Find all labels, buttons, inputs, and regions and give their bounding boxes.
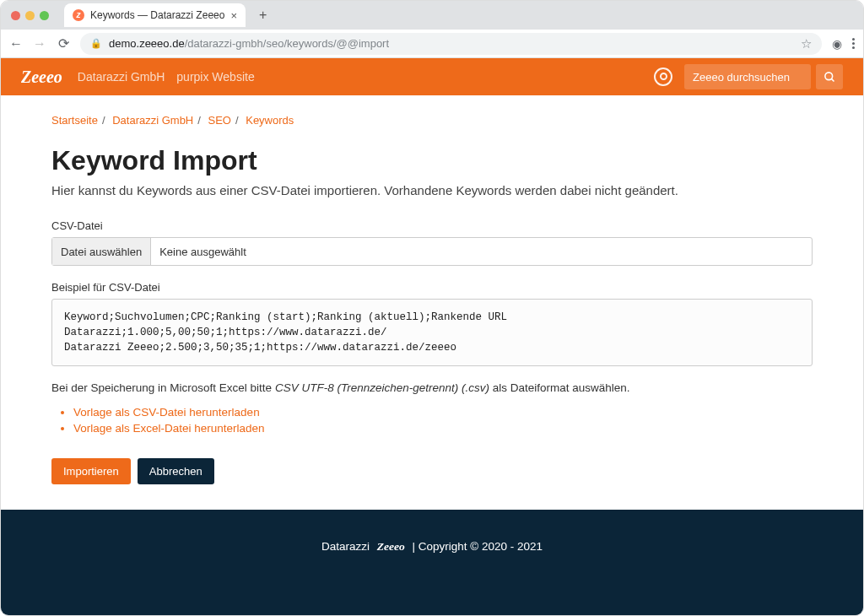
footer-copyright: | Copyright © 2020 - 2021 xyxy=(413,540,543,553)
close-window-button[interactable] xyxy=(11,11,20,20)
footer: Datarazzi Zeeeo | Copyright © 2020 - 202… xyxy=(1,510,863,615)
bookmark-star-icon[interactable]: ☆ xyxy=(801,36,812,51)
search-input[interactable]: Zeeeo durchsuchen xyxy=(684,64,811,89)
minimize-window-button[interactable] xyxy=(25,11,35,20)
csv-example: Keyword;Suchvolumen;CPC;Ranking (start);… xyxy=(51,299,813,366)
page-title: Keyword Import xyxy=(51,145,813,176)
window-controls xyxy=(11,11,49,20)
back-button[interactable]: ← xyxy=(9,36,23,51)
maximize-window-button[interactable] xyxy=(40,11,49,20)
address-bar[interactable]: 🔒 demo.zeeeo.de/datarazzi-gmbh/seo/keywo… xyxy=(80,33,822,55)
main-content: Startseite/ Datarazzi GmbH/ SEO/ Keyword… xyxy=(1,95,863,510)
browser-menu-button[interactable] xyxy=(852,38,855,49)
url-path: /datarazzi-gmbh/seo/keywords/@@import xyxy=(185,37,389,50)
footer-logo: Zeeeo xyxy=(377,540,405,553)
breadcrumb: Startseite/ Datarazzi GmbH/ SEO/ Keyword… xyxy=(51,114,813,127)
search-button[interactable] xyxy=(816,64,843,89)
breadcrumb-datarazzi[interactable]: Datarazzi GmbH xyxy=(112,114,193,127)
forward-button[interactable]: → xyxy=(33,36,46,51)
note-suffix: als Dateiformat auswählen. xyxy=(489,381,630,394)
csv-label: CSV-Datei xyxy=(51,219,813,232)
search-placeholder: Zeeeo durchsuchen xyxy=(693,71,790,84)
file-status-text: Keine ausgewählt xyxy=(151,246,255,258)
browser-tab-bar: z Keywords — Datarazzi Zeeeo × + xyxy=(1,1,863,30)
app-header: Zeeeo Datarazzi GmbH purpix Website Zeee… xyxy=(1,58,863,95)
extension-icon[interactable]: ◉ xyxy=(832,37,842,51)
svg-line-1 xyxy=(831,78,834,81)
breadcrumb-seo[interactable]: SEO xyxy=(208,114,231,127)
example-label: Beispiel für CSV-Datei xyxy=(51,281,813,294)
favicon-icon: z xyxy=(73,9,84,21)
breadcrumb-keywords[interactable]: Keywords xyxy=(246,114,294,127)
excel-note: Bei der Speicherung in Microsoft Excel b… xyxy=(51,381,813,394)
page-lead: Hier kannst du Keywords aus einer CSV-Da… xyxy=(51,183,813,197)
import-button[interactable]: Importieren xyxy=(51,458,131,484)
browser-toolbar: ← → ⟳ 🔒 demo.zeeeo.de/datarazzi-gmbh/seo… xyxy=(1,30,863,58)
footer-company: Datarazzi xyxy=(321,540,370,553)
search-icon xyxy=(824,71,836,84)
breadcrumb-startseite[interactable]: Startseite xyxy=(51,114,98,127)
new-tab-button[interactable]: + xyxy=(252,8,273,23)
user-icon[interactable] xyxy=(654,68,672,86)
download-excel-link[interactable]: Vorlage als Excel-Datei herunterladen xyxy=(73,422,265,435)
file-input[interactable]: Datei auswählen Keine ausgewählt xyxy=(51,237,813,266)
close-tab-button[interactable]: × xyxy=(230,9,237,22)
nav-link-purpix[interactable]: purpix Website xyxy=(176,70,254,84)
note-em: CSV UTF-8 (Trennzeichen-getrennt) (.csv) xyxy=(275,381,489,394)
browser-tab[interactable]: z Keywords — Datarazzi Zeeeo × xyxy=(64,3,246,27)
nav-link-datarazzi[interactable]: Datarazzi GmbH xyxy=(78,70,165,84)
download-csv-link[interactable]: Vorlage als CSV-Datei herunterladen xyxy=(73,406,260,419)
url-host: demo.zeeeo.de xyxy=(109,37,185,50)
svg-point-0 xyxy=(824,72,832,79)
tab-title: Keywords — Datarazzi Zeeeo xyxy=(90,9,224,21)
note-prefix: Bei der Speicherung in Microsoft Excel b… xyxy=(51,381,275,394)
file-choose-button[interactable]: Datei auswählen xyxy=(52,238,151,265)
lock-icon: 🔒 xyxy=(90,38,102,49)
app-logo[interactable]: Zeeeo xyxy=(21,68,62,87)
reload-button[interactable]: ⟳ xyxy=(57,35,70,51)
cancel-button[interactable]: Abbrechen xyxy=(138,458,214,484)
